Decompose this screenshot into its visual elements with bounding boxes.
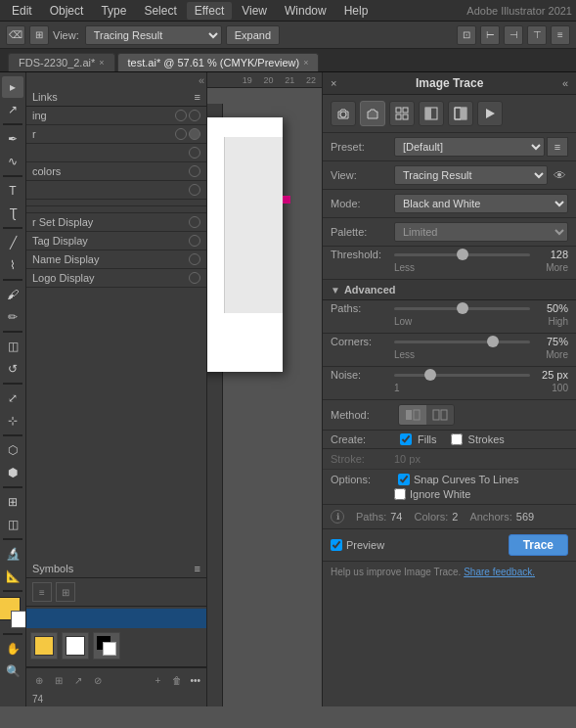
palette-select[interactable]: Limited	[394, 222, 568, 242]
panel-icon-4[interactable]: ⊘	[89, 671, 107, 689]
tool-eraser[interactable]: ◫	[2, 336, 23, 357]
tool-curvature[interactable]: ∿	[2, 151, 23, 172]
toolbar-icon-3[interactable]: ⊡	[457, 25, 476, 45]
snap-checkbox[interactable]	[398, 474, 410, 485]
menu-type[interactable]: Type	[93, 2, 134, 20]
menu-window[interactable]: Window	[277, 2, 334, 20]
icon-camera[interactable]	[331, 101, 356, 126]
tool-zoom[interactable]: 🔍	[2, 660, 23, 682]
toolbar-icon-5[interactable]: ⊣	[504, 25, 523, 45]
method-btn-2[interactable]	[426, 405, 454, 425]
toolbar-icon-1[interactable]: ⌫	[6, 25, 25, 45]
icon-half-square[interactable]	[419, 101, 444, 126]
tool-measure[interactable]: 📐	[2, 566, 23, 587]
tool-line[interactable]: ╱	[2, 232, 23, 253]
link-row-3[interactable]	[26, 181, 206, 200]
tool-scale[interactable]: ⤢	[2, 387, 23, 409]
menu-help[interactable]: Help	[336, 2, 377, 20]
panel-icon-1[interactable]: ⊕	[30, 671, 48, 689]
toolbar-icon-4[interactable]: ⊢	[480, 25, 500, 45]
menu-object[interactable]: Object	[42, 2, 92, 20]
link-row-4[interactable]	[26, 200, 206, 206]
tab-test[interactable]: test.ai* @ 57.61 % (CMYK/Preview) ×	[117, 53, 320, 71]
tool-rotate[interactable]: ↺	[2, 358, 23, 380]
color-swatch-area[interactable]	[0, 597, 26, 628]
noise-slider[interactable]	[394, 374, 530, 377]
panel-menu[interactable]: •••	[188, 675, 202, 686]
tool-line-alt[interactable]: ⌇	[2, 254, 23, 276]
paths-label: Paths:	[331, 302, 394, 314]
panel-icon-del[interactable]: 🗑	[168, 671, 186, 689]
tool-warp[interactable]: ⊹	[2, 410, 23, 432]
tool-pencil[interactable]: ✏	[2, 306, 23, 328]
link-row-colors[interactable]: colors	[26, 162, 206, 181]
tool-select[interactable]: ▸	[2, 76, 23, 98]
eye-btn[interactable]: 👁	[552, 165, 568, 185]
fills-checkbox[interactable]	[400, 433, 412, 445]
tool-shape-builder[interactable]: ⬡	[2, 439, 23, 461]
symbols-selected-row[interactable]	[26, 609, 206, 628]
menu-edit[interactable]: Edit	[4, 2, 40, 20]
menu-select[interactable]: Select	[136, 2, 184, 20]
icon-camera-filled[interactable]	[360, 101, 385, 126]
sym-thumb-1[interactable]	[30, 632, 58, 660]
mode-select[interactable]: Black and White	[394, 194, 568, 213]
sym-btn-grid[interactable]: ⊞	[56, 582, 75, 602]
strokes-checkbox[interactable]	[451, 433, 463, 445]
toolbar-icon-2[interactable]: ⊞	[29, 25, 49, 45]
trace-button[interactable]: Trace	[509, 534, 568, 556]
preset-menu-btn[interactable]: ≡	[547, 137, 568, 157]
link-row-0[interactable]: ing	[26, 107, 206, 125]
sym-thumb-3[interactable]	[93, 632, 120, 660]
link-row-1[interactable]: r	[26, 125, 206, 144]
tool-direct-select[interactable]: ↗	[2, 99, 23, 120]
threshold-slider[interactable]	[394, 253, 530, 256]
icon-half-square-alt[interactable]	[448, 101, 473, 126]
tool-live-paint[interactable]: ⬢	[2, 462, 23, 483]
preview-checkbox[interactable]	[331, 539, 342, 551]
feedback-link[interactable]: Share feedback.	[464, 567, 535, 577]
tool-paintbrush[interactable]: 🖌	[2, 284, 23, 305]
preset-select[interactable]: [Default]	[394, 137, 545, 157]
tab-test-close[interactable]: ×	[303, 58, 308, 68]
link-row-name[interactable]: Name Display	[26, 250, 206, 269]
icon-arrow[interactable]	[477, 101, 503, 126]
panel-icon-new[interactable]: +	[149, 671, 166, 689]
tool-pen[interactable]: ✒	[2, 128, 23, 150]
stroke-swatch[interactable]	[11, 611, 26, 628]
panel-close-btn[interactable]: ×	[331, 77, 336, 89]
view-select[interactable]: Tracing Result	[85, 25, 222, 45]
tool-type[interactable]: T	[2, 180, 23, 202]
view-select[interactable]: Tracing Result	[394, 165, 548, 185]
tool-mesh[interactable]: ⊞	[2, 491, 23, 513]
method-btn-1[interactable]	[399, 405, 426, 425]
panel-collapse-btn[interactable]: «	[562, 77, 568, 89]
link-row-logo[interactable]: Logo Display	[26, 269, 206, 288]
panel-icon-2[interactable]: ⊞	[50, 671, 67, 689]
sym-thumb-2[interactable]	[62, 632, 89, 660]
menu-view[interactable]: View	[234, 2, 275, 20]
toolbar-icon-6[interactable]: ⊤	[527, 25, 547, 45]
tool-hand[interactable]: ✋	[2, 638, 23, 660]
advanced-section[interactable]: ▼ Advanced	[323, 280, 576, 300]
tab-fds[interactable]: FDS-2230_2.ai* ×	[8, 53, 115, 71]
sym-btn-list[interactable]: ≡	[32, 582, 52, 602]
expand-button[interactable]: Expand	[226, 25, 280, 45]
tab-fds-close[interactable]: ×	[99, 58, 104, 68]
tool-type-alt[interactable]: Ʈ	[2, 203, 23, 224]
link-row-rset[interactable]: r Set Display	[26, 213, 206, 232]
link-row-tag[interactable]: Tag Display	[26, 232, 206, 250]
paths-slider[interactable]	[394, 307, 530, 310]
left-toolbox: ▸ ↗ ✒ ∿ T Ʈ ╱ ⌇ 🖌 ✏ ◫ ↺ ⤢ ⊹ ⬡ ⬢ ⊞ ◫ 🔬 📐	[0, 72, 26, 706]
icon-grid[interactable]	[389, 101, 415, 126]
tool-eyedropper[interactable]: 🔬	[2, 543, 23, 565]
link-row-5[interactable]	[26, 206, 206, 213]
menu-effect[interactable]: Effect	[187, 2, 232, 20]
panel-icon-3[interactable]: ↗	[69, 671, 87, 689]
collapse-btn[interactable]: «	[26, 72, 206, 88]
ignore-checkbox[interactable]	[394, 488, 406, 500]
toolbar-icon-7[interactable]: ≡	[551, 25, 570, 45]
tool-gradient[interactable]: ◫	[2, 514, 23, 535]
corners-slider[interactable]	[394, 341, 530, 343]
link-row-2[interactable]	[26, 144, 206, 162]
